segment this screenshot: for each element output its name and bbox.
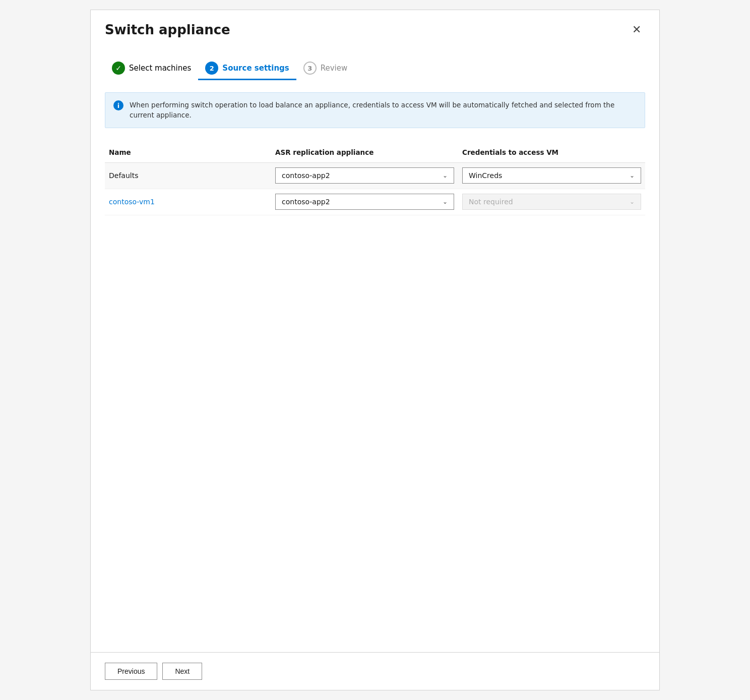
step-3-number: 3 (307, 65, 312, 72)
chevron-down-icon: ⌄ (443, 172, 448, 179)
step-source-settings[interactable]: 2 Source settings (198, 57, 296, 80)
step-1-label: Select machines (129, 64, 191, 73)
dialog-footer: Previous Next (91, 652, 659, 690)
table: Name ASR replication appliance Credentia… (105, 142, 645, 215)
stepper: ✓ Select machines 2 Source settings 3 Re… (105, 47, 645, 92)
step-2-circle: 2 (205, 62, 218, 75)
table-row: Defaults contoso-app2 ⌄ WinCreds ⌄ (105, 163, 645, 189)
row-1-creds-value: WinCreds (469, 171, 502, 180)
chevron-down-icon: ⌄ (630, 172, 635, 179)
close-button[interactable]: ✕ (628, 22, 645, 37)
row-1-creds-dropdown[interactable]: WinCreds ⌄ (462, 167, 641, 184)
step-3-label: Review (321, 64, 348, 73)
row-1-asr-dropdown[interactable]: contoso-app2 ⌄ (275, 167, 454, 184)
dialog-header: Switch appliance ✕ (91, 10, 659, 47)
row-1-asr-value: contoso-app2 (282, 171, 330, 180)
step-select-machines[interactable]: ✓ Select machines (105, 57, 198, 80)
next-button[interactable]: Next (162, 663, 202, 680)
info-box: i When performing switch operation to lo… (105, 92, 645, 128)
row-1-asr-cell: contoso-app2 ⌄ (271, 163, 458, 188)
step-review[interactable]: 3 Review (296, 57, 355, 80)
col-header-asr: ASR replication appliance (271, 146, 458, 158)
previous-button[interactable]: Previous (105, 663, 157, 680)
col-header-name: Name (105, 146, 271, 158)
row-2-asr-dropdown[interactable]: contoso-app2 ⌄ (275, 194, 454, 210)
info-text: When performing switch operation to load… (130, 100, 637, 121)
table-header: Name ASR replication appliance Credentia… (105, 142, 645, 163)
row-2-asr-cell: contoso-app2 ⌄ (271, 190, 458, 214)
info-icon: i (113, 100, 123, 110)
step-2-number: 2 (210, 65, 214, 72)
chevron-down-icon: ⌄ (443, 198, 448, 205)
row-1-creds-cell: WinCreds ⌄ (458, 163, 645, 188)
checkmark-icon: ✓ (115, 64, 121, 72)
row-2-asr-value: contoso-app2 (282, 198, 330, 206)
row-2-creds-value: Not required (469, 198, 513, 206)
step-2-label: Source settings (222, 64, 289, 73)
row-2-creds-cell: Not required ⌄ (458, 190, 645, 214)
row-2-name[interactable]: contoso-vm1 (105, 194, 271, 210)
row-1-name: Defaults (105, 167, 271, 184)
switch-appliance-dialog: Switch appliance ✕ ✓ Select machines 2 S… (90, 10, 660, 690)
step-3-circle: 3 (303, 62, 317, 75)
table-row: contoso-vm1 contoso-app2 ⌄ Not required … (105, 189, 645, 215)
col-header-creds: Credentials to access VM (458, 146, 645, 158)
dialog-body: ✓ Select machines 2 Source settings 3 Re… (91, 47, 659, 652)
row-2-creds-dropdown: Not required ⌄ (462, 194, 641, 210)
chevron-down-icon: ⌄ (630, 198, 635, 205)
step-1-circle: ✓ (112, 62, 125, 75)
dialog-title: Switch appliance (105, 22, 230, 37)
